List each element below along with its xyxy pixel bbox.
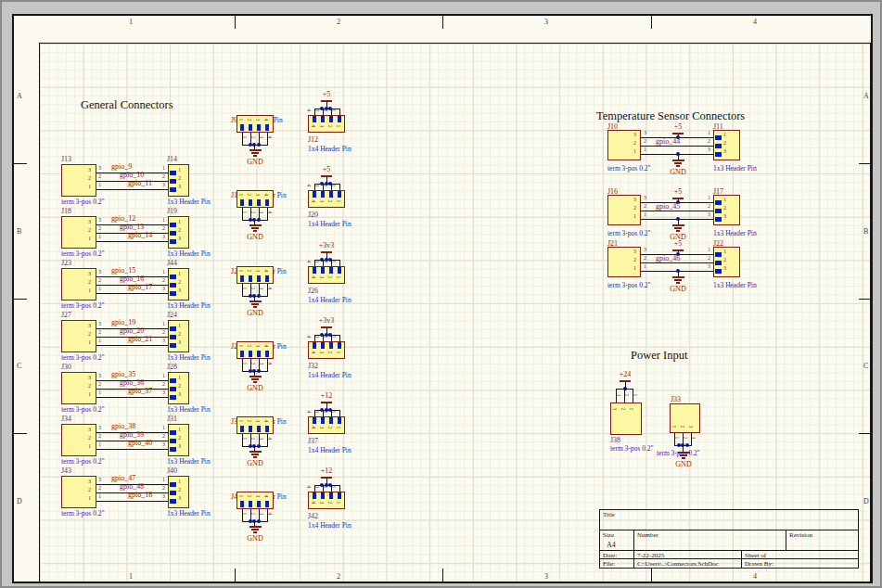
- designator-J24[interactable]: J24: [167, 312, 177, 319]
- power-rail-+5[interactable]: +5: [323, 166, 331, 173]
- designator-J43[interactable]: J43: [61, 467, 71, 475]
- wire[interactable]: [242, 509, 243, 521]
- net-label-gpio_14[interactable]: gpio_14: [128, 232, 152, 239]
- net-label-gpio_45[interactable]: gpio_45: [656, 203, 680, 211]
- designator-J30[interactable]: J30: [61, 364, 71, 371]
- pin-pad: [329, 342, 333, 349]
- designator-J28[interactable]: J28: [167, 364, 177, 371]
- pin-number: 2: [152, 433, 165, 439]
- designator-J20[interactable]: J20: [308, 211, 318, 219]
- wire[interactable]: [339, 260, 340, 266]
- net-label-gpio_47[interactable]: gpio_47: [111, 475, 135, 482]
- designator-J12[interactable]: J12: [308, 136, 318, 144]
- net-label-gpio_44[interactable]: gpio_44: [656, 138, 680, 146]
- designator-J14[interactable]: J14: [167, 156, 177, 163]
- pin-number: 3: [314, 335, 320, 338]
- wire[interactable]: [267, 359, 268, 371]
- designator-J33[interactable]: J33: [671, 396, 681, 403]
- wire[interactable]: [339, 410, 340, 416]
- gnd-net-label[interactable]: GND: [247, 535, 262, 543]
- net-label-gpio_20[interactable]: gpio_20: [120, 327, 144, 335]
- designator-J23[interactable]: J23: [61, 260, 71, 267]
- gnd-net-label[interactable]: GND: [247, 460, 262, 467]
- net-label-gpio_40[interactable]: gpio_40: [128, 440, 152, 447]
- net-label-gpio_18[interactable]: gpio_18: [128, 492, 152, 499]
- designator-J44[interactable]: J44: [167, 260, 177, 267]
- wire[interactable]: [242, 208, 243, 220]
- net-label-gpio_9[interactable]: gpio_9: [111, 163, 132, 171]
- wire[interactable]: [267, 284, 268, 296]
- wire[interactable]: [674, 433, 675, 445]
- designator-J32[interactable]: J32: [308, 363, 318, 370]
- net-label-gpio_39[interactable]: gpio_39: [120, 431, 144, 439]
- power-rail-+5[interactable]: +5: [674, 240, 683, 248]
- power-rail-+3v3[interactable]: +3v3: [319, 317, 335, 325]
- gnd-bar: [682, 457, 685, 459]
- wire[interactable]: [96, 345, 168, 346]
- wire[interactable]: [242, 434, 243, 446]
- wire[interactable]: [267, 509, 268, 521]
- wire[interactable]: [96, 397, 168, 398]
- wire[interactable]: [339, 335, 340, 341]
- net-label-gpio_38[interactable]: gpio_38: [111, 423, 135, 430]
- net-label-gpio_21[interactable]: gpio_21: [128, 336, 152, 343]
- designator-J13[interactable]: J13: [61, 156, 71, 163]
- designator-J40[interactable]: J40: [167, 467, 177, 475]
- net-label-gpio_37[interactable]: gpio_37: [128, 388, 152, 395]
- power-rail-+5[interactable]: +5: [323, 91, 331, 98]
- designator-J37[interactable]: J37: [308, 438, 318, 445]
- net-label-gpio_46[interactable]: gpio_46: [656, 255, 680, 262]
- net-label-gpio_19[interactable]: gpio_19: [111, 319, 135, 326]
- gnd-net-label[interactable]: GND: [247, 310, 262, 317]
- power-rail-+12[interactable]: +12: [321, 392, 333, 400]
- pin-number: 1: [98, 493, 101, 499]
- wire[interactable]: [242, 359, 243, 371]
- designator-J34[interactable]: J34: [61, 415, 71, 423]
- wire[interactable]: [242, 133, 243, 145]
- designator-J19[interactable]: J19: [167, 208, 177, 215]
- wire[interactable]: [96, 449, 168, 450]
- net-label-gpio_10[interactable]: gpio_10: [120, 172, 144, 179]
- net-label-gpio_36[interactable]: gpio_36: [120, 379, 144, 387]
- wire[interactable]: [96, 293, 168, 294]
- gnd-net-label[interactable]: GND: [247, 234, 262, 241]
- wire[interactable]: [96, 189, 168, 190]
- gnd-bar: [672, 224, 684, 226]
- net-label-gpio_13[interactable]: gpio_13: [120, 224, 144, 231]
- designator-J38[interactable]: J38: [610, 437, 620, 444]
- wire[interactable]: [96, 501, 168, 502]
- net-label-gpio_16[interactable]: gpio_16: [120, 275, 144, 283]
- designator-J18[interactable]: J18: [61, 208, 71, 215]
- power-rail-+5[interactable]: +5: [674, 123, 683, 131]
- net-label-gpio_17[interactable]: gpio_17: [128, 284, 152, 291]
- power-rail-+12[interactable]: +12: [321, 467, 333, 475]
- gnd-net-label[interactable]: GND: [247, 159, 262, 166]
- wire[interactable]: [339, 109, 340, 115]
- gnd-net-label[interactable]: GND: [670, 286, 685, 293]
- wire[interactable]: [691, 433, 692, 445]
- net-label-gpio_12[interactable]: gpio_12: [111, 215, 135, 223]
- gnd-net-label[interactable]: GND: [247, 385, 262, 392]
- wire[interactable]: [267, 434, 268, 446]
- net-label-gpio_11[interactable]: gpio_11: [128, 180, 152, 187]
- designator-J42[interactable]: J42: [308, 513, 318, 520]
- power-rail-+5[interactable]: +5: [674, 188, 683, 196]
- wire[interactable]: [267, 133, 268, 145]
- gnd-net-label[interactable]: GND: [675, 461, 691, 468]
- power-rail-+24[interactable]: +24: [620, 371, 632, 378]
- power-rail-+3v3[interactable]: +3v3: [319, 242, 335, 249]
- wire[interactable]: [339, 485, 340, 492]
- connector-J33[interactable]: [670, 403, 700, 433]
- net-label-gpio_48[interactable]: gpio_48: [120, 483, 144, 491]
- wire[interactable]: [267, 208, 268, 220]
- wire[interactable]: [96, 241, 168, 242]
- wire[interactable]: [242, 284, 243, 296]
- net-label-gpio_35[interactable]: gpio_35: [111, 371, 135, 378]
- designator-J26[interactable]: J26: [308, 288, 318, 295]
- designator-J31[interactable]: J31: [167, 415, 177, 423]
- designator-J27[interactable]: J27: [61, 312, 71, 319]
- wire[interactable]: [339, 184, 340, 190]
- pin-pad: [257, 124, 261, 131]
- net-label-gpio_15[interactable]: gpio_15: [111, 267, 135, 275]
- gnd-net-label[interactable]: GND: [670, 169, 685, 176]
